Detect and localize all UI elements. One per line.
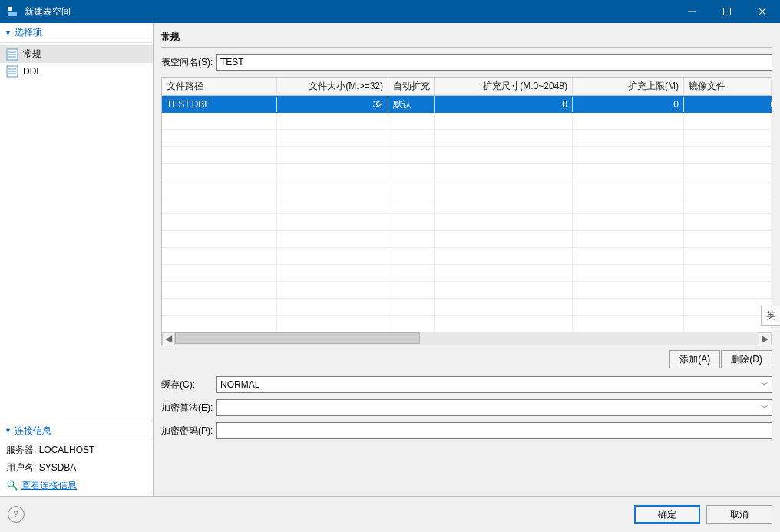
scroll-left-icon[interactable]: ◀ [162,332,175,345]
table-row[interactable]: TEST.DBF 32 默认 0 0 [162,96,772,113]
help-icon[interactable]: ? [8,506,25,523]
cancel-button[interactable]: 取消 [706,505,772,524]
encryption-algorithm-select[interactable]: ﹀ [216,399,772,416]
datafile-table: 文件路径 文件大小(M:>=32) 自动扩充 扩充尺寸(M:0~2048) 扩充… [161,77,772,345]
close-button[interactable] [745,0,780,23]
form-icon [6,65,18,78]
window-title: 新建表空间 [25,5,674,18]
cell-extend-size: 0 [435,97,573,112]
user-label: 用户名: [6,462,36,473]
cache-label: 缓存(C): [161,378,216,392]
minimize-button[interactable] [674,0,709,23]
add-button[interactable]: 添加(A) [669,350,720,368]
view-connection-label: 查看连接信息 [21,479,77,492]
options-panel-header[interactable]: 选择项 [0,23,153,43]
cell-extend-limit: 0 [573,97,684,112]
encryption-password-label: 加密密码(P): [161,425,216,438]
ime-indicator[interactable]: 英 [761,306,780,326]
server-label: 服务器: [6,444,36,455]
col-mirror-file[interactable]: 镜像文件 [684,78,772,95]
chevron-down-icon: ﹀ [761,402,768,413]
horizontal-scrollbar[interactable]: ◀ ▶ [162,332,772,345]
svg-rect-3 [724,8,731,15]
titlebar: 新建表空间 [0,0,780,23]
cell-file-path: TEST.DBF [162,97,277,112]
tablespace-name-label: 表空间名(S): [161,56,216,69]
cache-select[interactable]: NORMAL ﹀ [216,376,772,393]
svg-rect-1 [8,12,17,16]
nav-item-ddl[interactable]: DDL [0,63,153,80]
connection-panel-title: 连接信息 [15,425,51,438]
server-row: 服务器: LOCALHOST [0,441,153,459]
magnifier-icon [6,479,18,491]
connection-panel-header[interactable]: 连接信息 [0,421,153,441]
form-icon [6,48,18,61]
options-panel-title: 选择项 [15,26,42,39]
cell-auto-extend: 默认 [388,96,435,114]
main-panel: 常规 表空间名(S): 文件路径 文件大小(M:>=32) 自动扩充 扩充尺寸(… [154,23,780,496]
encryption-password-input[interactable] [216,422,772,439]
scroll-right-icon[interactable]: ▶ [759,332,772,345]
col-extend-limit[interactable]: 扩充上限(M) [573,78,684,95]
maximize-button[interactable] [709,0,745,23]
sidebar: 选择项 常规 DDL 连接信息 服务器: [0,23,154,496]
col-file-path[interactable]: 文件路径 [162,78,277,95]
dialog-footer: ? 确定 取消 [0,496,780,532]
col-auto-extend[interactable]: 自动扩充 [388,78,435,95]
col-extend-size[interactable]: 扩充尺寸(M:0~2048) [435,78,573,95]
table-header: 文件路径 文件大小(M:>=32) 自动扩充 扩充尺寸(M:0~2048) 扩充… [162,78,772,96]
nav-item-general[interactable]: 常规 [0,45,153,63]
cell-mirror-file [684,102,772,107]
section-title: 常规 [161,28,772,47]
chevron-down-icon: ﹀ [761,379,768,390]
ok-button[interactable]: 确定 [634,505,700,524]
svg-line-15 [13,486,17,490]
nav-item-label: DDL [23,66,41,77]
col-file-size[interactable]: 文件大小(M:>=32) [277,78,388,95]
svg-rect-0 [8,7,12,11]
cache-value: NORMAL [220,379,259,390]
nav-item-label: 常规 [23,48,41,61]
user-value: SYSDBA [39,462,77,473]
svg-point-14 [8,481,14,487]
app-icon [6,5,18,18]
cell-file-size: 32 [277,97,388,112]
tablespace-name-input[interactable] [216,54,772,71]
user-row: 用户名: SYSDBA [0,459,153,477]
server-value: LOCALHOST [39,444,95,455]
view-connection-link[interactable]: 查看连接信息 [6,479,77,492]
encryption-algorithm-label: 加密算法(E): [161,401,216,415]
delete-button[interactable]: 删除(D) [721,350,772,368]
